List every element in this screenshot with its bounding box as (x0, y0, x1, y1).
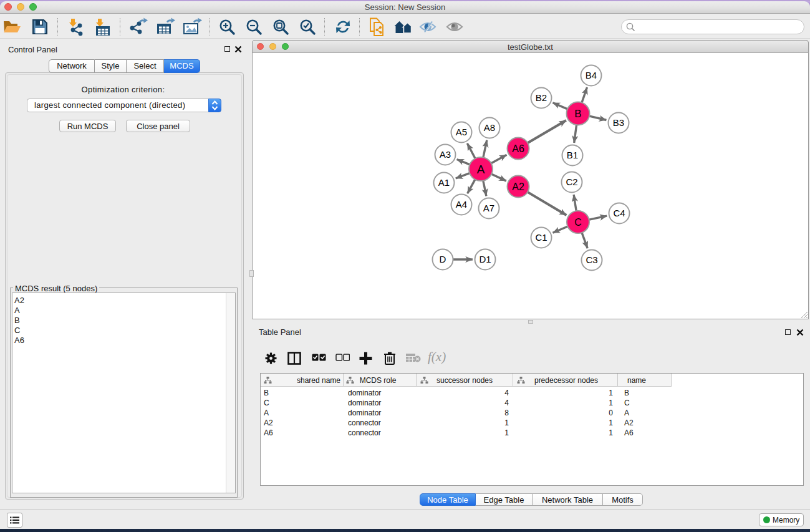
svg-text:D1: D1 (479, 254, 491, 264)
svg-text:A: A (477, 163, 485, 176)
svg-text:A4: A4 (456, 199, 467, 210)
svg-text:B2: B2 (536, 92, 547, 103)
svg-text:C2: C2 (566, 177, 577, 187)
svg-text:A3: A3 (440, 149, 451, 160)
svg-text:D: D (440, 254, 446, 264)
svg-text:A7: A7 (483, 203, 494, 213)
svg-text:C4: C4 (613, 208, 625, 218)
svg-text:B4: B4 (586, 70, 597, 80)
svg-text:C1: C1 (535, 232, 547, 243)
svg-text:A5: A5 (456, 127, 467, 137)
svg-text:C3: C3 (586, 254, 597, 265)
svg-text:A2: A2 (512, 181, 524, 192)
svg-text:A8: A8 (484, 122, 495, 133)
svg-text:C: C (574, 217, 582, 228)
svg-text:B: B (574, 108, 581, 120)
svg-text:A6: A6 (512, 143, 524, 154)
svg-text:B1: B1 (567, 150, 578, 160)
svg-text:B3: B3 (613, 117, 624, 128)
svg-text:A1: A1 (438, 177, 450, 188)
